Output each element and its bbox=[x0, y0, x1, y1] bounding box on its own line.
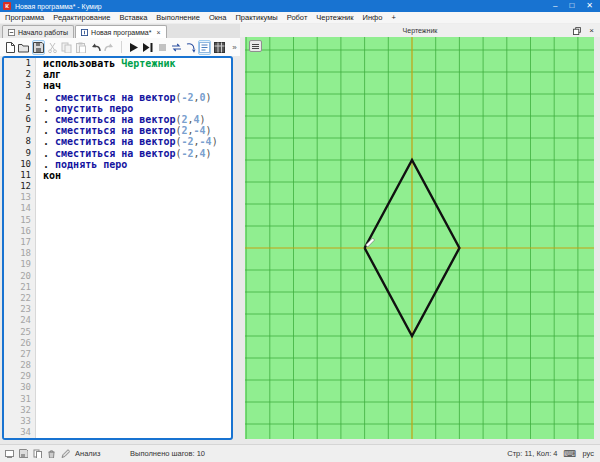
code-line bbox=[43, 438, 231, 440]
step-into-icon[interactable] bbox=[184, 40, 197, 55]
save-indicator-icon[interactable] bbox=[19, 449, 28, 458]
code-line: . сместиться на вектор(-2,4) bbox=[43, 148, 231, 159]
line-number: 22 bbox=[4, 293, 31, 304]
keyboard-layout-icon[interactable]: ⌨ bbox=[563, 449, 576, 459]
menu-item-2[interactable]: Вставка bbox=[119, 13, 147, 22]
line-number: 8 bbox=[4, 136, 31, 147]
code-line: нач bbox=[43, 80, 231, 91]
code-line bbox=[43, 259, 231, 270]
drafter-menu-button[interactable] bbox=[249, 40, 262, 52]
tab-label: Начало работы bbox=[18, 29, 68, 36]
save-file-icon[interactable] bbox=[32, 40, 45, 55]
tab-new-program[interactable]: Новая программа* × bbox=[75, 25, 166, 38]
code-line: . сместиться на вектор(2,4) bbox=[43, 114, 231, 125]
line-number: 29 bbox=[4, 371, 31, 382]
cut-icon[interactable] bbox=[46, 40, 59, 55]
line-number: 7 bbox=[4, 125, 31, 136]
line-number: 24 bbox=[4, 315, 31, 326]
menu-item-4[interactable]: Окна bbox=[209, 13, 226, 22]
copy-icon[interactable] bbox=[60, 40, 73, 55]
line-number: 5 bbox=[4, 103, 31, 114]
menu-item-5[interactable]: Практикумы bbox=[235, 13, 277, 22]
line-number: 28 bbox=[4, 360, 31, 371]
code-line bbox=[43, 360, 231, 371]
redo-icon[interactable] bbox=[103, 40, 116, 55]
code-line: алг bbox=[43, 69, 231, 80]
line-number: 6 bbox=[4, 114, 31, 125]
drafter-grid bbox=[245, 37, 594, 439]
line-number: 4 bbox=[4, 92, 31, 103]
code-line bbox=[43, 304, 231, 315]
line-number: 1 bbox=[4, 58, 31, 69]
line-number: 2 bbox=[4, 69, 31, 80]
run-step-icon[interactable] bbox=[141, 40, 154, 55]
tab-start-page[interactable]: Начало работы bbox=[2, 25, 74, 38]
menu-item-8[interactable]: Инфо bbox=[363, 13, 383, 22]
menu-item-7[interactable]: Чертежник bbox=[316, 13, 353, 22]
line-number: 15 bbox=[4, 215, 31, 226]
line-number: 12 bbox=[4, 181, 31, 192]
new-file-icon[interactable] bbox=[3, 40, 16, 55]
tabbar: Начало работы Новая программа* × bbox=[0, 24, 240, 38]
code-line: . поднять перо bbox=[43, 159, 231, 170]
tab-close-icon[interactable]: × bbox=[156, 29, 160, 36]
drafter-title: Чертежник bbox=[240, 27, 600, 34]
line-number: 10 bbox=[4, 159, 31, 170]
titlebar: К Новая программа* - Кумир – □ ✕ bbox=[0, 0, 600, 12]
maximize-button[interactable]: □ bbox=[569, 0, 574, 12]
run-icon[interactable] bbox=[127, 40, 140, 55]
line-number: 32 bbox=[4, 405, 31, 416]
line-number: 35 bbox=[4, 438, 31, 440]
console-window-icon[interactable] bbox=[212, 40, 225, 55]
overflow-icon[interactable]: » bbox=[227, 40, 240, 55]
pencil-indicator-icon[interactable] bbox=[61, 449, 70, 458]
code-line bbox=[43, 416, 231, 427]
line-number: 3 bbox=[4, 80, 31, 91]
code-line bbox=[43, 192, 231, 203]
window-indicator-icon[interactable] bbox=[5, 449, 14, 458]
menu-item-0[interactable]: Программа bbox=[5, 13, 44, 22]
undo-icon[interactable] bbox=[89, 40, 102, 55]
menu-item-1[interactable]: Редактирование bbox=[53, 13, 110, 22]
keyboard-layout-label[interactable]: рус bbox=[582, 449, 594, 458]
margin-toggle-icon[interactable] bbox=[198, 40, 211, 55]
clipboard-indicator-icon[interactable] bbox=[33, 449, 42, 458]
drafter-window-titlebar: Чертежник × bbox=[240, 24, 600, 37]
menu-item-6[interactable]: Робот bbox=[287, 13, 308, 22]
code-area[interactable]: использовать Чертежникалгнач. сместиться… bbox=[36, 58, 231, 438]
line-number: 11 bbox=[4, 170, 31, 181]
step-over-icon[interactable] bbox=[170, 40, 183, 55]
code-line: . опустить перо bbox=[43, 103, 231, 114]
code-line bbox=[43, 282, 231, 293]
line-number: 18 bbox=[4, 248, 31, 259]
code-line: использовать Чертежник bbox=[43, 58, 231, 69]
line-number: 21 bbox=[4, 282, 31, 293]
line-number: 17 bbox=[4, 237, 31, 248]
open-file-icon[interactable] bbox=[17, 40, 30, 55]
drafter-canvas[interactable] bbox=[245, 37, 594, 439]
status-steps-label: Выполнено шагов: 10 bbox=[130, 449, 205, 458]
line-number-gutter: 1234567891011121314151617181920212223242… bbox=[4, 58, 36, 438]
status-indicator-icons bbox=[0, 449, 70, 458]
close-button[interactable]: ✕ bbox=[586, 0, 593, 12]
paste-icon[interactable] bbox=[74, 40, 87, 55]
code-line bbox=[43, 338, 231, 349]
menubar: ПрограммаРедактированиеВставкаВыполнение… bbox=[0, 12, 600, 24]
menu-item-3[interactable]: Выполнение bbox=[156, 13, 200, 22]
stop-icon[interactable] bbox=[155, 40, 168, 55]
code-line bbox=[43, 371, 231, 382]
minimize-button[interactable]: – bbox=[553, 0, 557, 12]
window-title: Новая программа* - Кумир bbox=[15, 3, 102, 10]
line-number: 23 bbox=[4, 304, 31, 315]
code-line bbox=[43, 248, 231, 259]
code-editor[interactable]: 1234567891011121314151617181920212223242… bbox=[2, 56, 233, 440]
code-line bbox=[43, 226, 231, 237]
tab-label: Новая программа* bbox=[91, 29, 151, 36]
float-window-icon[interactable] bbox=[573, 27, 581, 35]
drafter-close-icon[interactable]: × bbox=[589, 24, 594, 37]
trash-indicator-icon[interactable] bbox=[47, 449, 56, 458]
code-line: . сместиться на вектор(-2,0) bbox=[43, 92, 231, 103]
menu-item-9[interactable]: + bbox=[391, 13, 395, 22]
status-mode-label: Анализ bbox=[75, 449, 100, 458]
code-line bbox=[43, 215, 231, 226]
